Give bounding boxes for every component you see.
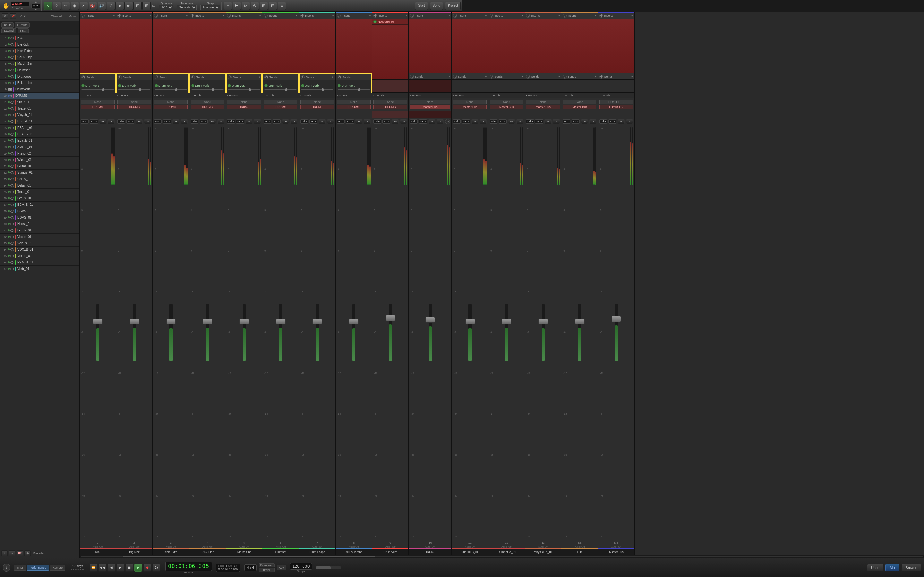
add-insert-btn[interactable]: +	[259, 14, 261, 17]
snap-control[interactable]: Snap Adaptive	[200, 2, 220, 10]
add-send-btn[interactable]: +	[112, 76, 114, 79]
mute-button[interactable]: M	[136, 119, 143, 124]
channel-list-item-23[interactable]: 23Stri..b_01	[0, 176, 79, 182]
power-icon[interactable]: ⏻	[410, 14, 414, 18]
channel-list-item-12[interactable]: 12Tru..e_01	[0, 105, 79, 112]
cue-none[interactable]: None	[118, 100, 151, 104]
quantize-select[interactable]: 1/16	[159, 5, 173, 10]
cue-none[interactable]: None	[337, 100, 371, 104]
skip-back[interactable]: ⏮	[115, 2, 124, 10]
help-tool[interactable]: ?	[107, 2, 115, 10]
send-fader-thumb[interactable]	[139, 89, 141, 91]
channel-list-item-20[interactable]: 20Wur..s_01	[0, 157, 79, 163]
eraser-tool[interactable]: ◈	[71, 2, 79, 10]
power-icon[interactable]: ⏻	[453, 14, 457, 18]
cue-routing[interactable]: DRUMS	[154, 105, 188, 109]
btn-1[interactable]: ⊣	[224, 2, 232, 10]
close-btn[interactable]: ✕	[2, 13, 8, 19]
timebase-control[interactable]: Timebase Seconds	[177, 2, 197, 10]
send-power-icon[interactable]: ⏻	[453, 75, 457, 79]
inputs-btn[interactable]: Inputs	[1, 23, 14, 27]
btn-4[interactable]: ⊜	[250, 2, 259, 10]
add-insert-btn[interactable]: +	[186, 14, 188, 17]
btn-3[interactable]: ⊳	[242, 2, 250, 10]
add-send-btn[interactable]: +	[222, 76, 224, 79]
channel-list-item-17[interactable]: 17EBa..b_01	[0, 137, 79, 144]
mute-button[interactable]: M	[172, 119, 179, 124]
cue-routing[interactable]: DRUMS	[118, 105, 151, 109]
add-insert-btn[interactable]: +	[150, 14, 151, 17]
solo-button[interactable]: S	[290, 119, 297, 124]
power-icon[interactable]: ⏻	[81, 14, 85, 18]
solo-button[interactable]: S	[107, 119, 115, 124]
value-control[interactable]: ▲ A ▼ ▼	[31, 0, 40, 11]
power-icon[interactable]: ⏻	[154, 14, 158, 18]
add-insert-btn[interactable]: +	[223, 14, 224, 17]
send-fader-thumb[interactable]	[249, 89, 250, 91]
send-item-power[interactable]	[228, 84, 231, 87]
channel-list-item-3[interactable]: 3Kick Extra	[0, 48, 79, 54]
send-fader[interactable]	[191, 89, 224, 90]
channel-list-item-35[interactable]: 35Vox..b_02	[0, 253, 79, 259]
send-fader-thumb[interactable]	[322, 89, 324, 91]
channel-list-item-22[interactable]: 22Strings_01	[0, 169, 79, 176]
skip-fwd[interactable]: ⏭	[124, 2, 133, 10]
mute-button[interactable]: M	[318, 119, 326, 124]
add-insert-btn[interactable]: +	[296, 14, 297, 17]
zoom-fit[interactable]: ⊡	[134, 2, 142, 10]
send-fader-thumb[interactable]	[359, 89, 360, 91]
add-send-btn[interactable]: +	[186, 76, 187, 79]
send-power-icon[interactable]: ⏻	[228, 75, 232, 79]
cue-routing[interactable]: DRUMS	[227, 105, 261, 109]
channel-list-item-14[interactable]: 14EBa..d_01	[0, 118, 79, 125]
send-item-power[interactable]	[118, 84, 121, 87]
send-fader[interactable]	[118, 89, 150, 90]
solo-button[interactable]: S	[181, 119, 188, 124]
channel-list-item-29[interactable]: 29BGVS_01	[0, 214, 79, 221]
channel-list-item-26[interactable]: 26Lea..x_01	[0, 195, 79, 201]
send-fader[interactable]	[264, 89, 297, 90]
mute-tool[interactable]: 🔇	[89, 2, 97, 10]
send-fader-thumb[interactable]	[285, 89, 287, 91]
solo-button[interactable]: S	[327, 119, 334, 124]
start-button[interactable]: Start	[415, 2, 428, 10]
cue-routing[interactable]: DRUMS	[337, 105, 371, 109]
add-send-btn[interactable]: +	[368, 76, 370, 79]
send-fader[interactable]	[301, 89, 333, 90]
send-fader-thumb[interactable]	[212, 89, 214, 91]
channel-list-item-37[interactable]: 37Verb_01	[0, 266, 79, 272]
send-power-icon[interactable]: ⏻	[81, 75, 86, 79]
channel-list-item-18[interactable]: 18Synt..s_01	[0, 144, 79, 150]
cue-routing[interactable]: Master Bus	[453, 105, 462, 109]
add-send-btn[interactable]: +	[258, 76, 260, 79]
marquee-tool[interactable]: ⊹	[53, 2, 61, 10]
grid-btn2[interactable]: ⊟	[268, 2, 277, 10]
mixer-scroll[interactable]: ⏻Inserts+⏻Sends+Drum VerbCue mixNoneDRUM…	[79, 11, 462, 288]
add-insert-btn[interactable]: +	[369, 14, 371, 17]
channel-list-item-36[interactable]: 36REA..S_01	[0, 259, 79, 266]
cue-none[interactable]: None	[300, 100, 334, 104]
plugin-power-icon[interactable]	[373, 20, 376, 23]
pointer-tool[interactable]: ↖	[44, 2, 52, 10]
cue-none[interactable]: None	[453, 100, 462, 104]
send-fader-thumb[interactable]	[102, 89, 104, 91]
send-fader[interactable]	[338, 89, 370, 90]
solo-button[interactable]: S	[144, 119, 151, 124]
timebase-select[interactable]: Seconds	[177, 5, 197, 10]
power-icon[interactable]: ⏻	[300, 14, 304, 18]
value-up[interactable]: ▲	[35, 0, 37, 3]
channel-list-item-19[interactable]: 19Piano_02	[0, 150, 79, 157]
power-icon[interactable]: ⏻	[227, 14, 231, 18]
channel-list-item-6[interactable]: 6Drumset	[0, 67, 79, 73]
send-fader-thumb[interactable]	[176, 89, 178, 91]
channel-list-item-27[interactable]: 27BGV..B_01	[0, 201, 79, 208]
channel-list-item-13[interactable]: 13Viny..h_01	[0, 112, 79, 118]
add-insert-btn[interactable]: +	[449, 14, 450, 17]
power-icon[interactable]: ⏻	[118, 14, 121, 18]
send-item-power[interactable]	[264, 84, 268, 87]
add-insert-btn[interactable]: +	[113, 14, 115, 17]
channel-list-item-9[interactable]: 9FXDrumVerb	[0, 86, 79, 93]
mute-button[interactable]: M	[209, 119, 216, 124]
add-insert-btn[interactable]: +	[333, 14, 334, 17]
snap-select[interactable]: Adaptive	[200, 5, 220, 10]
